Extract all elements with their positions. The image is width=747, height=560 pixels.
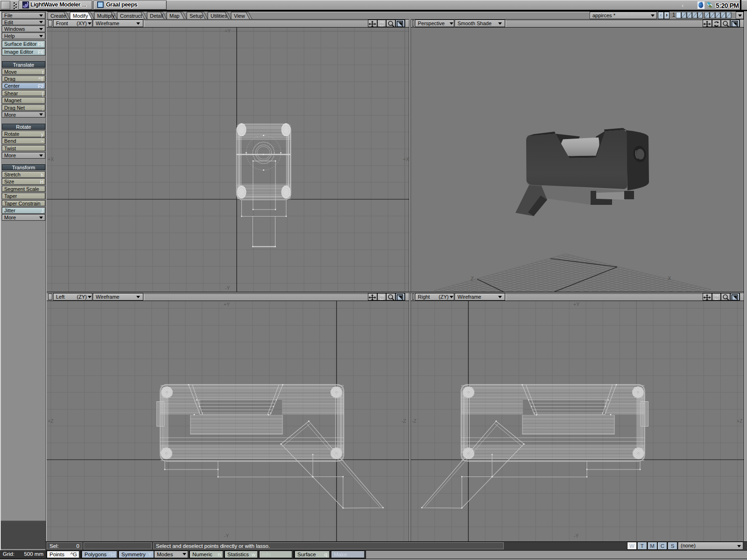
svg-text:+X: +X bbox=[48, 156, 54, 162]
svg-text:+Z: +Z bbox=[737, 418, 743, 424]
svg-text:Create: Create bbox=[50, 13, 66, 19]
svg-text:Utilities: Utilities bbox=[211, 13, 227, 19]
svg-text:View: View bbox=[234, 13, 245, 19]
svg-text:Map: Map bbox=[169, 13, 179, 19]
svg-text:X: X bbox=[668, 275, 671, 281]
svg-text:Setup: Setup bbox=[190, 13, 203, 19]
svg-text:-Z: -Z bbox=[402, 418, 406, 424]
svg-text:+Y: +Y bbox=[225, 28, 231, 34]
svg-text:-Y: -Y bbox=[574, 533, 579, 539]
svg-text:+Y: +Y bbox=[573, 301, 579, 307]
svg-text:Construct: Construct bbox=[120, 13, 142, 19]
svg-text:+X: +X bbox=[403, 156, 409, 162]
svg-text:Multiply: Multiply bbox=[97, 13, 115, 19]
svg-text:+Z: +Z bbox=[48, 418, 54, 424]
svg-text:-Z: -Z bbox=[412, 418, 416, 424]
svg-text:-Y: -Y bbox=[225, 285, 230, 291]
svg-text:Detail: Detail bbox=[150, 13, 163, 19]
svg-text:Modify: Modify bbox=[73, 13, 88, 19]
svg-text:Z: Z bbox=[471, 276, 474, 281]
svg-text:-Y: -Y bbox=[224, 533, 229, 539]
svg-text:+Y: +Y bbox=[224, 301, 230, 307]
